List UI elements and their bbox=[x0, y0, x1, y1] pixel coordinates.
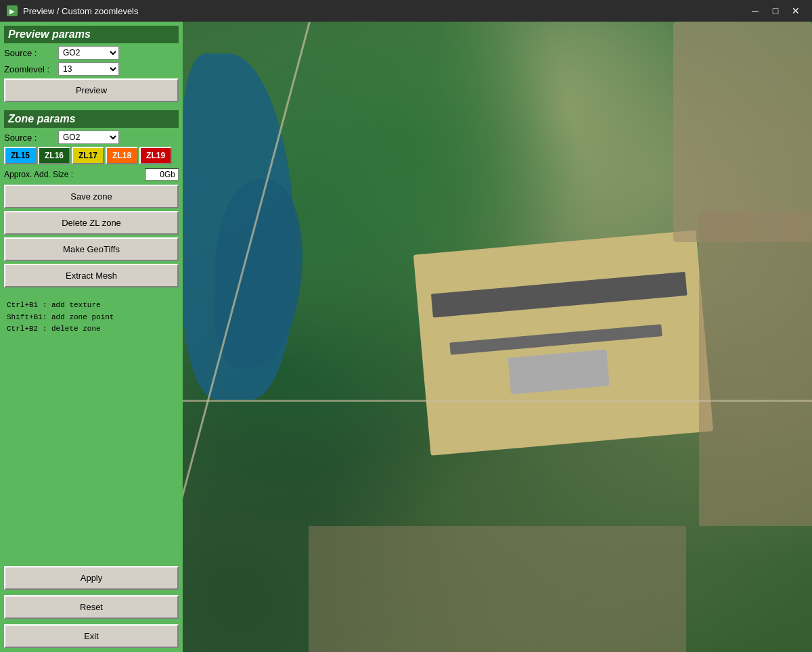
make-geotiffs-button[interactable]: Make GeoTiffs bbox=[4, 237, 179, 261]
road-horizontal bbox=[183, 400, 812, 402]
approx-size-value: 0Gb bbox=[145, 168, 179, 181]
window-controls: ─ □ ✕ bbox=[746, 3, 805, 18]
zone-source-row: Source : GO2 OSM Bing bbox=[4, 131, 179, 144]
zl17-button[interactable]: ZL17 bbox=[72, 147, 104, 164]
urban-top-right bbox=[673, 22, 812, 242]
hint-line-3: Ctrl+B2 : delete zone bbox=[7, 323, 176, 335]
zone-source-select[interactable]: GO2 OSM Bing bbox=[58, 131, 119, 144]
zone-params-header: Zone params bbox=[4, 110, 179, 128]
window-title: Preview / Custom zoomlevels bbox=[23, 6, 746, 16]
minimize-button[interactable]: ─ bbox=[746, 3, 765, 18]
taxiway bbox=[450, 325, 662, 355]
delete-zl-zone-button[interactable]: Delete ZL zone bbox=[4, 211, 179, 235]
reset-button[interactable]: Reset bbox=[4, 595, 179, 619]
approx-size-label: Approx. Add. Size : bbox=[4, 170, 145, 179]
preview-params-section: Preview params Source : GO2 OSM Bing Zoo… bbox=[4, 26, 179, 102]
hint-line-2: Shift+B1: add zone point bbox=[7, 312, 176, 324]
extract-mesh-button[interactable]: Extract Mesh bbox=[4, 264, 179, 287]
main-container: Preview params Source : GO2 OSM Bing Zoo… bbox=[0, 22, 812, 652]
title-bar: ▶ Preview / Custom zoomlevels ─ □ ✕ bbox=[0, 0, 812, 22]
urban-right bbox=[699, 211, 812, 526]
preview-source-row: Source : GO2 OSM Bing bbox=[4, 46, 179, 60]
airport-area bbox=[413, 231, 713, 457]
zl18-button[interactable]: ZL18 bbox=[106, 147, 138, 164]
zl19-button[interactable]: ZL19 bbox=[139, 147, 172, 164]
approx-size-row: Approx. Add. Size : 0Gb bbox=[4, 168, 179, 181]
main-runway bbox=[431, 272, 687, 318]
hint-line-1: Ctrl+B1 : add texture bbox=[7, 300, 176, 312]
zl16-button[interactable]: ZL16 bbox=[38, 147, 70, 164]
preview-params-header: Preview params bbox=[4, 26, 179, 43]
zone-source-label: Source : bbox=[4, 133, 58, 143]
zl-buttons-group: ZL15 ZL16 ZL17 ZL18 ZL19 bbox=[4, 147, 179, 164]
preview-source-select[interactable]: GO2 OSM Bing bbox=[58, 46, 119, 60]
terminal-building bbox=[508, 350, 610, 394]
close-button[interactable]: ✕ bbox=[786, 3, 805, 18]
preview-zoomlevel-row: Zoomlevel : 101112 13141516 bbox=[4, 62, 179, 76]
map-area[interactable] bbox=[183, 22, 812, 652]
preview-zoomlevel-label: Zoomlevel : bbox=[4, 64, 58, 74]
maximize-button[interactable]: □ bbox=[766, 3, 785, 18]
exit-button[interactable]: Exit bbox=[4, 624, 179, 648]
urban-bottom bbox=[309, 526, 686, 652]
preview-zoomlevel-select[interactable]: 101112 13141516 bbox=[58, 62, 119, 76]
save-zone-button[interactable]: Save zone bbox=[4, 185, 179, 208]
hints-box: Ctrl+B1 : add texture Shift+B1: add zone… bbox=[4, 296, 179, 340]
preview-button[interactable]: Preview bbox=[4, 78, 179, 102]
map-background bbox=[183, 22, 812, 652]
zone-params-section: Zone params Source : GO2 OSM Bing ZL15 Z… bbox=[4, 110, 179, 293]
app-icon: ▶ bbox=[7, 5, 18, 16]
left-panel: Preview params Source : GO2 OSM Bing Zoo… bbox=[0, 22, 183, 652]
apply-button[interactable]: Apply bbox=[4, 566, 179, 590]
preview-source-label: Source : bbox=[4, 48, 58, 58]
zl15-button[interactable]: ZL15 bbox=[4, 147, 37, 164]
